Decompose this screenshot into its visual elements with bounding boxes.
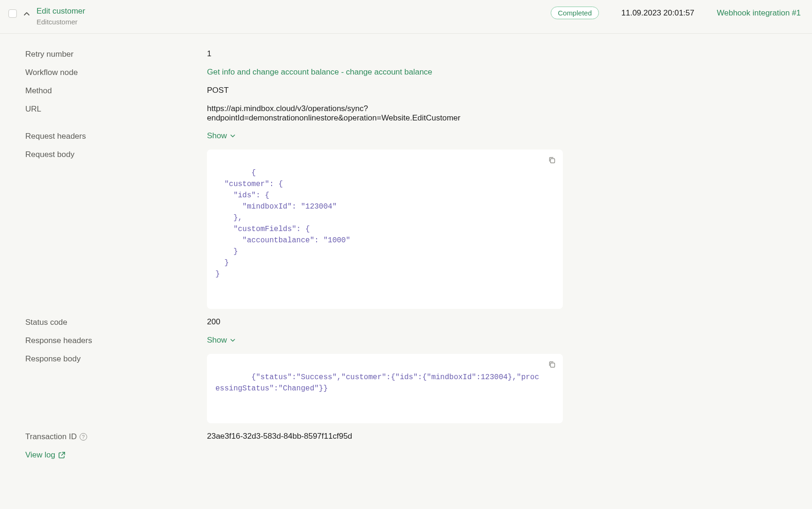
- row-response-headers: Response headers Show: [25, 331, 801, 350]
- row-request-body: Request body { "customer": { "ids": { "m…: [25, 145, 801, 313]
- integration-link[interactable]: Webhook integration #1: [717, 8, 801, 18]
- operation-subtitle: Editcustomer: [37, 18, 85, 26]
- value-request-headers: Show: [207, 131, 563, 141]
- external-link-icon: [58, 451, 66, 459]
- response-body-code: {"status":"Success","customer":{"ids":{"…: [207, 354, 563, 423]
- header-left: Edit customer Editcustomer: [8, 7, 85, 26]
- label-method: Method: [25, 86, 207, 96]
- show-label: Show: [207, 336, 227, 345]
- value-url: https://api.mindbox.cloud/v3/operations/…: [207, 104, 563, 123]
- value-response-headers: Show: [207, 336, 563, 345]
- collapse-toggle[interactable]: [23, 11, 30, 17]
- transaction-id-label-text: Transaction ID: [25, 432, 77, 442]
- copy-response-body-button[interactable]: [547, 359, 557, 370]
- log-details: Retry number 1 Workflow node Get info an…: [0, 34, 812, 471]
- workflow-node-link[interactable]: Get info and change account balance - ch…: [207, 67, 432, 76]
- response-body-text: {"status":"Success","customer":{"ids":{"…: [215, 373, 539, 393]
- show-request-headers-toggle[interactable]: Show: [207, 131, 236, 141]
- title-block: Edit customer Editcustomer: [37, 7, 85, 26]
- select-checkbox[interactable]: [8, 9, 17, 18]
- label-url: URL: [25, 104, 207, 114]
- copy-icon: [548, 360, 556, 369]
- label-retry-number: Retry number: [25, 49, 207, 59]
- value-status-code: 200: [207, 317, 563, 327]
- value-transaction-id: 23ae3f16-32d3-583d-84bb-8597f11cf95d: [207, 432, 563, 441]
- log-entry-header: Edit customer Editcustomer Completed 11.…: [0, 0, 812, 34]
- show-label: Show: [207, 131, 227, 141]
- row-request-headers: Request headers Show: [25, 127, 801, 145]
- label-response-headers: Response headers: [25, 336, 207, 345]
- value-workflow-node: Get info and change account balance - ch…: [207, 67, 563, 77]
- status-badge: Completed: [551, 7, 599, 19]
- operation-title-link[interactable]: Edit customer: [37, 7, 85, 16]
- value-method: POST: [207, 86, 563, 95]
- value-request-body: { "customer": { "ids": { "mindboxId": "1…: [207, 150, 563, 309]
- label-status-code: Status code: [25, 317, 207, 327]
- value-response-body: {"status":"Success","customer":{"ids":{"…: [207, 354, 563, 423]
- svg-rect-0: [551, 159, 555, 163]
- label-workflow-node: Workflow node: [25, 67, 207, 77]
- view-log-label: View log: [25, 450, 55, 460]
- svg-rect-1: [551, 363, 555, 367]
- value-retry-number: 1: [207, 49, 563, 59]
- label-transaction-id: Transaction ID ?: [25, 432, 207, 442]
- row-transaction-id: Transaction ID ? 23ae3f16-32d3-583d-84bb…: [25, 427, 801, 446]
- chevron-up-icon: [23, 11, 30, 17]
- copy-icon: [548, 156, 556, 165]
- label-request-body: Request body: [25, 150, 207, 159]
- label-request-headers: Request headers: [25, 131, 207, 141]
- request-body-text: { "customer": { "ids": { "mindboxId": "1…: [215, 169, 350, 278]
- view-log-link[interactable]: View log: [25, 450, 66, 460]
- row-workflow-node: Workflow node Get info and change accoun…: [25, 63, 801, 82]
- chevron-down-icon: [230, 133, 236, 139]
- row-response-body: Response body {"status":"Success","custo…: [25, 350, 801, 427]
- request-body-code: { "customer": { "ids": { "mindboxId": "1…: [207, 150, 563, 309]
- chevron-down-icon: [230, 337, 236, 343]
- row-retry-number: Retry number 1: [25, 45, 801, 63]
- row-method: Method POST: [25, 82, 801, 100]
- row-url: URL https://api.mindbox.cloud/v3/operati…: [25, 100, 801, 127]
- show-response-headers-toggle[interactable]: Show: [207, 336, 236, 345]
- label-response-body: Response body: [25, 354, 207, 364]
- row-status-code: Status code 200: [25, 313, 801, 331]
- header-right: Completed 11.09.2023 20:01:57 Webhook in…: [551, 7, 801, 19]
- help-icon[interactable]: ?: [80, 433, 87, 441]
- copy-request-body-button[interactable]: [547, 155, 557, 165]
- timestamp: 11.09.2023 20:01:57: [621, 8, 694, 18]
